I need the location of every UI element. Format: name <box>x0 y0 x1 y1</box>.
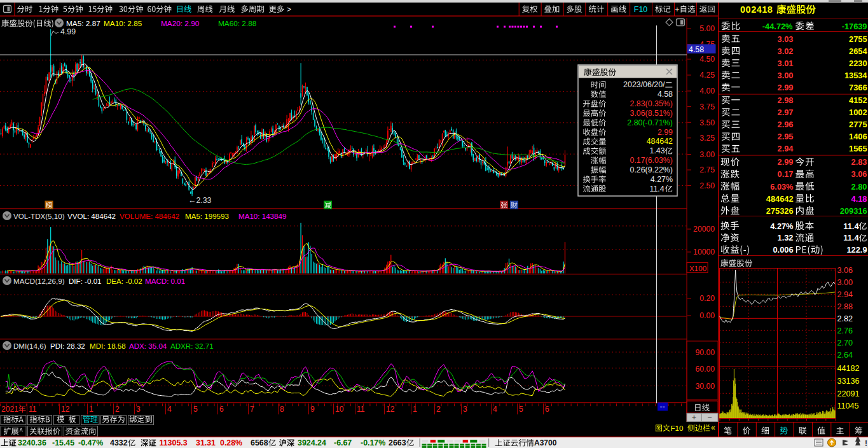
svg-text:12: 12 <box>386 405 395 414</box>
svg-text:3.00: 3.00 <box>837 278 853 287</box>
svg-text:2.82: 2.82 <box>837 314 853 323</box>
svg-text:6: 6 <box>219 405 224 414</box>
svg-text:2.76: 2.76 <box>837 326 853 335</box>
svg-text:2.99: 2.99 <box>778 157 794 167</box>
svg-text:275326: 275326 <box>766 206 794 216</box>
svg-text:0.26(9.22%): 0.26(9.22%) <box>630 165 673 174</box>
svg-text:0.28%: 0.28% <box>220 438 242 447</box>
svg-text:2.70: 2.70 <box>837 339 853 347</box>
svg-text:20000: 20000 <box>693 225 715 234</box>
svg-text:F10: F10 <box>671 424 684 432</box>
svg-text:3.50: 3.50 <box>699 118 715 127</box>
svg-text:11.4: 11.4 <box>650 185 665 193</box>
svg-text:2.97: 2.97 <box>778 108 794 117</box>
svg-text:-15.45: -15.45 <box>52 438 74 447</box>
svg-text:209316: 209316 <box>840 206 867 216</box>
svg-text:2.94: 2.94 <box>778 144 794 153</box>
svg-text:3.01: 3.01 <box>778 59 794 68</box>
svg-text:2023/06/20/: 2023/06/20/ <box>623 80 665 89</box>
svg-text:0.006: 0.006 <box>773 245 793 255</box>
svg-text:1406: 1406 <box>849 132 867 141</box>
svg-text:3.25: 3.25 <box>699 134 715 143</box>
svg-text:484642: 484642 <box>647 137 673 146</box>
svg-text:+: + <box>692 413 696 422</box>
svg-text:«: « <box>711 423 715 432</box>
svg-text:0.00: 0.00 <box>699 311 715 320</box>
svg-text:60.00: 60.00 <box>696 365 715 374</box>
svg-text:2.80(-0.71%): 2.80(-0.71%) <box>627 118 673 127</box>
svg-text:-6.67: -6.67 <box>334 438 352 447</box>
svg-text:6: 6 <box>545 405 549 414</box>
svg-text:2.99: 2.99 <box>658 128 673 137</box>
svg-text:MA20: 2.90: MA20: 2.90 <box>161 19 200 28</box>
svg-text:2775: 2775 <box>849 120 867 129</box>
svg-text:3.06: 3.06 <box>851 169 867 179</box>
svg-text:2.96: 2.96 <box>778 120 794 129</box>
svg-text:-17639: -17639 <box>842 22 867 31</box>
svg-text:30.00: 30.00 <box>696 382 715 391</box>
svg-text:1002: 1002 <box>849 108 867 117</box>
svg-text:3: 3 <box>463 405 467 414</box>
svg-text:3924.24: 3924.24 <box>298 438 326 447</box>
svg-text:2.98: 2.98 <box>778 95 794 105</box>
svg-text:MACD: 0.01: MACD: 0.01 <box>145 277 185 285</box>
svg-text:2230: 2230 <box>849 59 867 68</box>
svg-text:MA10: 143849: MA10: 143849 <box>238 212 286 220</box>
svg-text:2.95: 2.95 <box>778 132 794 141</box>
svg-text:0.17(6.03%): 0.17(6.03%) <box>630 156 673 165</box>
svg-text:--: -- <box>660 402 665 411</box>
svg-text:8: 8 <box>280 405 284 414</box>
svg-text:MDI: 18.58: MDI: 18.58 <box>90 342 126 350</box>
svg-text:7366: 7366 <box>849 83 867 92</box>
svg-text:5: 5 <box>193 405 198 414</box>
svg-text:1.32: 1.32 <box>778 233 794 242</box>
svg-text:2.64: 2.64 <box>837 351 853 360</box>
svg-text:F10: F10 <box>634 5 647 14</box>
svg-text:9: 9 <box>310 405 315 414</box>
svg-text:2.50: 2.50 <box>699 181 715 190</box>
svg-text:2: 2 <box>436 405 441 414</box>
svg-text:MA10: 2.85: MA10: 2.85 <box>104 19 142 28</box>
svg-text:13534: 13534 <box>844 71 867 80</box>
svg-text:MA5: 199593: MA5: 199593 <box>185 212 229 220</box>
svg-text:4.50: 4.50 <box>699 55 715 64</box>
svg-text:-0.47%: -0.47% <box>78 438 103 447</box>
svg-text:11045: 11045 <box>837 402 859 410</box>
svg-text:3.03: 3.03 <box>778 34 794 44</box>
svg-text:4.99: 4.99 <box>60 27 76 36</box>
svg-text:2.88: 2.88 <box>837 302 853 311</box>
svg-text:3.06: 3.06 <box>837 266 853 275</box>
svg-text:5.00: 5.00 <box>699 24 715 33</box>
svg-text:11305.3: 11305.3 <box>160 438 188 447</box>
svg-text:4: 4 <box>167 405 172 414</box>
svg-text:4.00: 4.00 <box>699 87 715 95</box>
svg-text:2.80: 2.80 <box>851 182 867 192</box>
svg-text:DIF: -0.01: DIF: -0.01 <box>69 277 102 285</box>
svg-text:PDI: 28.32: PDI: 28.32 <box>50 342 85 350</box>
svg-text:3.75: 3.75 <box>699 102 715 111</box>
svg-text:+: + <box>675 5 679 14</box>
svg-text:10: 10 <box>335 405 344 414</box>
svg-text:1.43: 1.43 <box>650 146 665 155</box>
svg-text:3.06(8.51%): 3.06(8.51%) <box>630 109 673 118</box>
svg-text:90.00: 90.00 <box>696 348 715 357</box>
svg-text:2.75: 2.75 <box>699 165 715 174</box>
svg-text:4.58: 4.58 <box>658 90 673 99</box>
svg-text:3.00: 3.00 <box>778 71 794 80</box>
svg-text:−: − <box>707 413 712 422</box>
svg-text:!: ! <box>865 439 867 448</box>
svg-text:>: > <box>287 5 291 14</box>
svg-text:0.20: 0.20 <box>699 294 715 303</box>
svg-text:2755: 2755 <box>849 34 867 44</box>
svg-text:5: 5 <box>519 405 523 414</box>
svg-text:2663: 2663 <box>389 438 406 447</box>
svg-text:4.58: 4.58 <box>689 45 704 54</box>
svg-text:2654: 2654 <box>849 46 867 56</box>
svg-text:X100: X100 <box>689 264 706 272</box>
svg-text:1565: 1565 <box>849 144 867 153</box>
svg-text:31.31: 31.31 <box>196 438 216 447</box>
svg-text:0.17: 0.17 <box>778 169 794 179</box>
svg-text:4332: 4332 <box>110 438 128 447</box>
svg-text:7: 7 <box>250 405 254 414</box>
svg-text:122.9: 122.9 <box>846 245 867 255</box>
